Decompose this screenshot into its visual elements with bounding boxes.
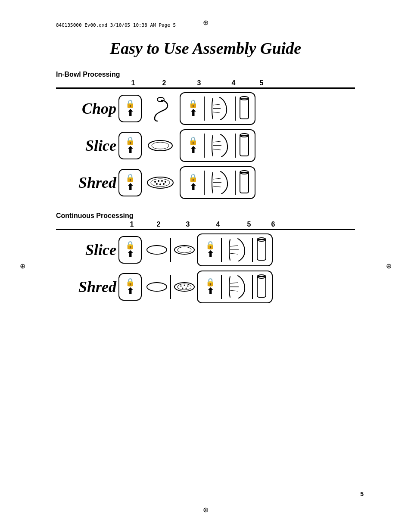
lock-icon-7: 🔒	[125, 241, 135, 249]
arrow-up-icon-2: ⬆	[190, 109, 197, 117]
svg-line-9	[213, 141, 221, 142]
continuous-divider	[56, 229, 355, 230]
arrow-up-icon: ⬆	[127, 109, 134, 117]
svg-line-31	[230, 246, 238, 246]
svg-point-27	[147, 246, 167, 254]
cont-col-3: 3	[173, 221, 202, 228]
shred-inbowl-group-box: 🔒 ⬆	[180, 166, 255, 199]
shred-cont-row: Shred 🔒 ⬆	[56, 271, 355, 303]
lock-icon-4: 🔒	[188, 137, 198, 145]
svg-line-10	[213, 149, 221, 150]
shred-cont-group-box: 🔒 ⬆	[197, 271, 273, 303]
arrow-up-icon-6: ⬆	[190, 183, 197, 191]
main-title: Easy to Use Assembly Guide	[56, 39, 355, 58]
lock-icon: 🔒	[125, 100, 135, 108]
shred-cont-label: Shred	[56, 278, 118, 296]
svg-rect-25	[240, 172, 249, 193]
svg-point-35	[147, 283, 167, 291]
slice-row: Slice 🔒 ⬆ 🔒 ⬆	[56, 129, 355, 162]
arrow-up-icon-4: ⬆	[190, 146, 197, 154]
svg-point-20	[159, 184, 161, 185]
arrow-up-icon-9: ⬆	[127, 287, 134, 296]
shred-step1: 🔒 ⬆	[118, 169, 142, 196]
slice-cont-row: Slice 🔒 ⬆	[56, 233, 355, 266]
cont-divider-step2	[170, 238, 171, 262]
svg-rect-4	[240, 98, 249, 119]
lock-icon-8: 🔒	[206, 241, 215, 249]
svg-point-38	[181, 286, 182, 287]
cont-col-6: 6	[265, 221, 282, 228]
shred-step4-icon	[205, 170, 235, 196]
svg-rect-11	[240, 135, 249, 156]
continuous-section-header: Continuous Processing	[56, 212, 355, 220]
svg-line-3	[213, 112, 220, 113]
shred-cont-step3-icon	[172, 274, 197, 300]
page-number: 5	[360, 491, 364, 498]
shred-cont-step6-icon	[253, 274, 270, 300]
svg-point-39	[184, 285, 185, 286]
page: 840135000 Ev00.qxd 3/10/05 10:38 AM Page…	[0, 0, 411, 532]
chop-row: Chop 🔒 ⬆	[56, 92, 355, 125]
slice-cont-step6-icon	[253, 237, 270, 263]
shred-step5-icon	[236, 170, 253, 196]
slice-cont-step5-icon	[222, 237, 252, 263]
inbowl-col-5: 5	[251, 79, 272, 87]
svg-point-42	[186, 288, 187, 289]
content-area: Easy to Use Assembly Guide In-Bowl Proce…	[56, 39, 355, 489]
arrow-up-icon-8: ⬆	[207, 250, 214, 258]
inbowl-column-numbers: 1 2 3 4 5	[56, 79, 355, 87]
reg-mark-right	[384, 262, 393, 271]
svg-point-19	[156, 183, 158, 185]
slice-group-box: 🔒 ⬆	[180, 129, 255, 162]
cont-col-2: 2	[144, 221, 173, 228]
slice-step5-icon	[236, 133, 253, 159]
arrow-up-icon-10: ⬆	[207, 287, 214, 296]
slice-step4-icon	[205, 133, 235, 159]
shred-cont-step5-icon	[222, 274, 252, 300]
svg-point-16	[158, 180, 159, 182]
slice-step1: 🔒 ⬆	[118, 132, 142, 159]
corner-mark-tl	[26, 26, 39, 39]
cont-col-5: 5	[234, 221, 265, 228]
lock-icon-2: 🔒	[188, 100, 198, 108]
shred-inbowl-label: Shred	[56, 174, 118, 192]
svg-line-2	[213, 104, 220, 105]
svg-line-23	[213, 178, 221, 179]
slice-cont-step1: 🔒 ⬆	[118, 236, 142, 264]
shred-cont-step2-icon	[144, 274, 169, 300]
lock-icon-10: 🔒	[206, 278, 215, 286]
lock-icon-3: 🔒	[125, 137, 135, 145]
header-meta: 840135000 Ev00.qxd 3/10/05 10:38 AM Page…	[56, 22, 176, 28]
svg-point-18	[165, 181, 166, 183]
slice-blade-icon	[145, 133, 175, 159]
reg-mark-bottom	[201, 505, 210, 514]
slice-cont-step2-icon	[144, 237, 169, 263]
chop-label: Chop	[56, 100, 118, 118]
corner-mark-bl	[26, 493, 39, 506]
svg-point-29	[177, 247, 191, 253]
inbowl-col-4: 4	[216, 79, 251, 87]
svg-line-44	[230, 283, 238, 283]
chop-step4-icon	[205, 96, 235, 121]
lock-icon-6: 🔒	[188, 174, 198, 182]
chop-step1: 🔒 ⬆	[118, 95, 142, 122]
svg-point-21	[163, 183, 165, 185]
svg-rect-33	[257, 240, 266, 260]
corner-mark-tr	[372, 26, 385, 39]
chop-step5-icon	[236, 96, 253, 121]
svg-point-40	[187, 286, 189, 287]
inbowl-section: In-Bowl Processing 1 2 3 4 5 Chop 🔒 ⬆	[56, 71, 355, 199]
svg-line-24	[213, 186, 221, 187]
shred-cont-step1: 🔒 ⬆	[118, 273, 142, 301]
arrow-up-icon-5: ⬆	[127, 183, 134, 191]
svg-point-41	[182, 288, 184, 289]
slice-cont-group-box: 🔒 ⬆	[197, 233, 273, 266]
reg-mark-top	[201, 18, 210, 27]
svg-rect-46	[257, 277, 266, 297]
svg-line-32	[230, 253, 238, 254]
shred-blade-icon	[145, 170, 175, 196]
svg-point-0	[157, 97, 164, 102]
slice-cont-step3-icon	[172, 237, 197, 263]
continuous-section: Continuous Processing 1 2 3 4 5 6 Slice …	[56, 212, 355, 303]
svg-point-15	[154, 181, 156, 183]
